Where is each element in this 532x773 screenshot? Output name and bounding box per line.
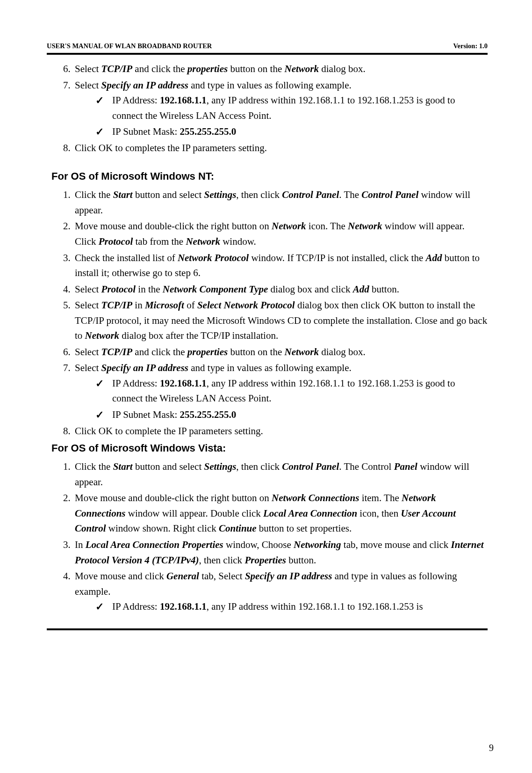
page-number: 9: [489, 743, 494, 753]
item-a8: Click OK to completes the IP parameters …: [73, 140, 488, 156]
checklist-a: IP Address: 192.168.1.1, any IP address …: [75, 93, 488, 139]
item-n1: Click the Start button and select Settin…: [73, 187, 488, 218]
section-vista-title: For OS of Microsoft Windows Vista:: [51, 440, 488, 456]
footer-rule: [47, 628, 488, 630]
check-n1: IP Address: 192.168.1.1, any IP address …: [95, 376, 488, 406]
page-header: USER'S MANUAL OF WLAN BROADBAND ROUTER V…: [47, 42, 488, 50]
check-v1: IP Address: 192.168.1.1, any IP address …: [95, 599, 488, 614]
item-v4: Move mouse and click General tab, Select…: [73, 569, 488, 614]
checklist-n: IP Address: 192.168.1.1, any IP address …: [75, 376, 488, 423]
item-v3: In Local Area Connection Properties wind…: [73, 537, 488, 568]
item-a6: Select TCP/IP and click the properties b…: [73, 61, 488, 77]
check-n2: IP Subnet Mask: 255.255.255.0: [95, 407, 488, 423]
check-a2: IP Subnet Mask: 255.255.255.0: [95, 124, 488, 139]
item-v1: Click the Start button and select Settin…: [73, 459, 488, 489]
check-a1: IP Address: 192.168.1.1, any IP address …: [95, 93, 488, 123]
item-v2: Move mouse and double-click the right bu…: [73, 490, 488, 536]
item-n6: Select TCP/IP and click the properties b…: [73, 344, 488, 360]
list-block-a: Select TCP/IP and click the properties b…: [47, 61, 488, 155]
list-block-nt: Click the Start button and select Settin…: [47, 187, 488, 438]
item-n2: Move mouse and double-click the right bu…: [73, 219, 488, 249]
item-n5: Select TCP/IP in Microsoft of Select Net…: [73, 298, 488, 343]
section-nt-title: For OS of Microsoft Windows NT:: [51, 168, 488, 184]
item-a7: Select Specify an IP address and type in…: [73, 78, 488, 139]
header-rule: [47, 53, 488, 55]
item-n8: Click OK to complete the IP parameters s…: [73, 423, 488, 439]
list-block-vista: Click the Start button and select Settin…: [47, 459, 488, 614]
item-n7: Select Specify an IP address and type in…: [73, 360, 488, 422]
checklist-v: IP Address: 192.168.1.1, any IP address …: [75, 599, 488, 614]
header-left: USER'S MANUAL OF WLAN BROADBAND ROUTER: [47, 42, 212, 50]
item-n3: Check the installed list of Network Prot…: [73, 250, 488, 281]
header-right: Version: 1.0: [453, 42, 488, 50]
item-n4: Select Protocol in the Network Component…: [73, 282, 488, 297]
